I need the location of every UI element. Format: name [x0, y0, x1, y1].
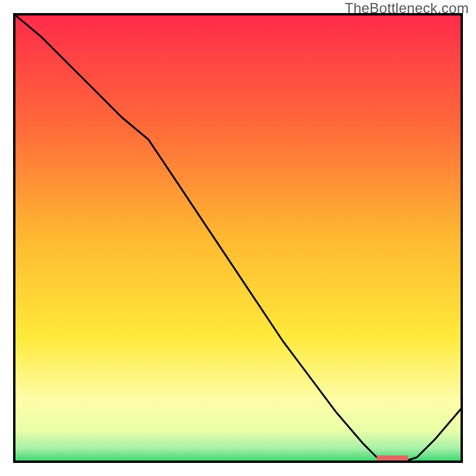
chart-container: TheBottleneck.com — [0, 0, 476, 476]
watermark-text: TheBottleneck.com — [345, 0, 469, 17]
plot-frame — [13, 13, 463, 463]
bottleneck-plot — [13, 13, 463, 463]
gradient-background — [14, 14, 462, 462]
